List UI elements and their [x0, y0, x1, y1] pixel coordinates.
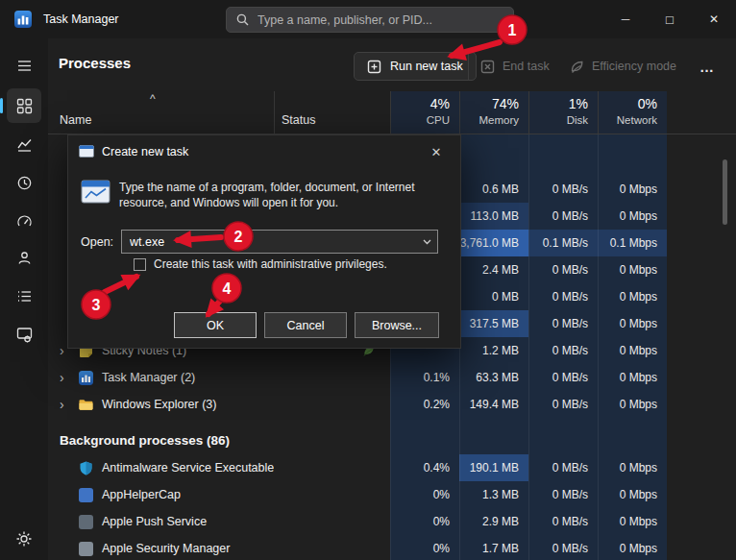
sidebar-item-startup-apps[interactable] [7, 204, 41, 238]
network-total-pct: 0% [638, 96, 657, 111]
expand-chevron-icon[interactable]: › [60, 371, 77, 384]
column-header-network[interactable]: 0% Network [598, 91, 667, 134]
settings-gear-icon[interactable] [7, 522, 41, 556]
process-name-label: Apple Security Manager [102, 542, 230, 555]
cpu-cell: 0% [390, 535, 459, 560]
cpu-cell: 0% [390, 481, 459, 508]
table-row[interactable]: › Windows Explorer (3) 0.2% 149.4 MB 0 M… [48, 391, 736, 418]
dialog-titlebar: Create new task [68, 135, 460, 167]
search-icon [236, 13, 249, 26]
sidebar-item-performance[interactable] [7, 127, 41, 161]
ok-button[interactable]: OK [174, 312, 257, 338]
open-combobox [121, 230, 438, 254]
disk-cell: 0 MB/s [528, 535, 598, 560]
open-input[interactable] [122, 235, 416, 249]
column-header-cpu[interactable]: 4% CPU [390, 91, 459, 134]
checkbox-box[interactable] [134, 258, 146, 271]
column-header-status[interactable]: Status [274, 91, 390, 134]
table-row[interactable]: Apple Security Manager 0% 1.7 MB 0 MB/s … [48, 535, 736, 560]
disk-cell: 0.1 MB/s [528, 230, 598, 256]
network-cell: 0 Mbps [598, 337, 667, 364]
memory-cell: 1.3 MB [459, 481, 528, 508]
scrollbar-thumb[interactable] [723, 159, 727, 225]
memory-cell: 2.4 MB [459, 256, 528, 283]
end-task-label: End task [503, 60, 550, 73]
toolbar-divider [468, 54, 469, 80]
end-task-button[interactable]: End task [480, 52, 550, 81]
network-cell: 0.1 Mbps [598, 230, 667, 256]
create-new-task-dialog: Create new task ✕ Type the name of a pro… [67, 134, 461, 349]
apphelpercap-icon [79, 488, 93, 502]
cpu-cell: 0.2% [390, 391, 459, 418]
menu-icon[interactable] [7, 48, 41, 83]
disk-cell: 0 MB/s [528, 256, 598, 283]
memory-cell: 1.7 MB [459, 535, 528, 560]
process-name-label: AppHelperCap [102, 488, 181, 501]
memory-cell: 190.1 MB [459, 454, 528, 481]
network-cell: 0 Mbps [598, 454, 667, 481]
sidebar [0, 38, 48, 560]
sidebar-item-services[interactable] [7, 317, 41, 352]
expand-chevron-icon[interactable]: › [60, 398, 77, 411]
network-cell: 0 Mbps [598, 256, 667, 283]
memory-cell: 3,761.0 MB [459, 230, 528, 256]
header-gutter [667, 91, 736, 134]
processes-toolbar: Processes Run new task End task Efficien… [48, 38, 736, 91]
browse-button[interactable]: Browse... [355, 312, 439, 338]
table-row[interactable]: › Task Manager (2) 0.1% 63.3 MB 0 MB/s 0… [48, 364, 736, 391]
memory-cell: 1.2 MB [459, 337, 528, 364]
task-manager-window: Task Manager ─ □ ✕ [0, 0, 736, 560]
combobox-dropdown-icon[interactable] [416, 239, 437, 245]
network-cell: 0 Mbps [598, 391, 667, 418]
sidebar-item-details[interactable] [7, 279, 41, 313]
search-input[interactable] [258, 13, 503, 27]
more-options-button[interactable]: … [691, 52, 724, 81]
efficiency-mode-label: Efficiency mode [592, 60, 676, 73]
memory-cell: 0 MB [459, 283, 528, 310]
disk-total-pct: 1% [569, 96, 588, 111]
dialog-title-icon [79, 145, 94, 158]
memory-cell: 317.5 MB [459, 310, 528, 337]
sidebar-item-processes[interactable] [7, 88, 41, 123]
table-row[interactable]: Apple Push Service 0% 2.9 MB 0 MB/s 0 Mb… [48, 508, 736, 535]
disk-cell: 0 MB/s [528, 454, 598, 481]
process-name-label: Antimalware Service Executable [102, 461, 274, 475]
admin-privileges-checkbox[interactable]: Create this task with administrative pri… [134, 257, 387, 271]
task-manager-row-icon [79, 371, 93, 385]
page-title: Processes [59, 55, 131, 71]
open-label: Open: [81, 235, 113, 249]
column-header-memory[interactable]: 74% Memory [459, 91, 528, 134]
disk-cell: 0 MB/s [528, 481, 598, 508]
dialog-message: Type the name of a program, folder, docu… [119, 180, 438, 210]
dialog-close-icon[interactable]: ✕ [421, 140, 452, 163]
dialog-title: Create new task [102, 145, 188, 158]
table-row[interactable]: Antimalware Service Executable 0.4% 190.… [48, 454, 736, 481]
table-row[interactable]: AppHelperCap 0% 1.3 MB 0 MB/s 0 Mbps [48, 481, 736, 508]
search-box[interactable] [226, 7, 514, 33]
cancel-button[interactable]: Cancel [264, 312, 347, 338]
run-new-task-button[interactable]: Run new task [354, 52, 477, 81]
cpu-cell: 0.1% [390, 364, 459, 391]
memory-cell: 0.6 MB [459, 176, 528, 203]
network-cell: 0 Mbps [598, 364, 667, 391]
window-controls: ─ □ ✕ [603, 0, 736, 38]
task-manager-app-icon [14, 11, 32, 28]
column-header-disk[interactable]: 1% Disk [528, 91, 598, 134]
network-cell: 0 Mbps [598, 203, 667, 230]
network-cell: 0 Mbps [598, 508, 667, 535]
memory-cell: 63.3 MB [459, 364, 528, 391]
maximize-button[interactable]: □ [648, 0, 692, 38]
cpu-total-pct: 4% [430, 96, 450, 111]
apple-security-manager-icon [79, 542, 93, 556]
windows-explorer-icon [79, 398, 93, 412]
leaf-icon [570, 60, 584, 74]
sidebar-item-users[interactable] [7, 240, 41, 275]
disk-cell: 0 MB/s [528, 508, 598, 535]
sidebar-item-app-history[interactable] [7, 165, 41, 200]
minimize-button[interactable]: ─ [603, 0, 648, 38]
efficiency-mode-button[interactable]: Efficiency mode [570, 52, 676, 81]
new-task-icon [367, 60, 381, 74]
close-button[interactable]: ✕ [692, 0, 736, 38]
titlebar: Task Manager ─ □ ✕ [0, 0, 736, 38]
column-header-name[interactable]: ^ Name [48, 91, 274, 134]
